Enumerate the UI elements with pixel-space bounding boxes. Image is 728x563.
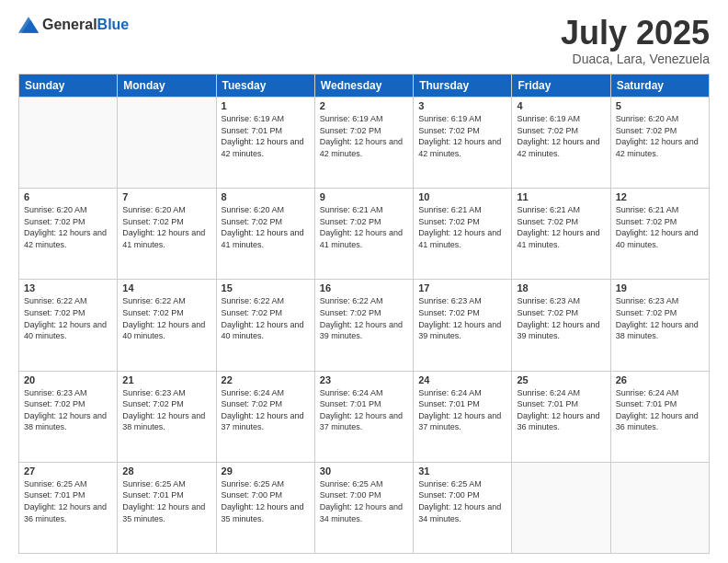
day-info: Sunrise: 6:22 AM Sunset: 7:02 PM Dayligh… [320, 295, 408, 341]
calendar-cell: 13Sunrise: 6:22 AM Sunset: 7:02 PM Dayli… [19, 280, 118, 371]
page: GeneralBlue July 2025 Duaca, Lara, Venez… [0, 0, 728, 563]
calendar-cell: 18Sunrise: 6:23 AM Sunset: 7:02 PM Dayli… [512, 280, 610, 371]
day-header-friday: Friday [512, 75, 610, 98]
day-number: 25 [517, 374, 605, 385]
calendar-week-3: 13Sunrise: 6:22 AM Sunset: 7:02 PM Dayli… [19, 280, 710, 371]
calendar-cell: 17Sunrise: 6:23 AM Sunset: 7:02 PM Dayli… [414, 280, 512, 371]
day-number: 11 [517, 191, 605, 202]
day-number: 24 [418, 374, 506, 385]
month-year: July 2025 [561, 17, 710, 50]
day-number: 22 [222, 374, 310, 385]
day-info: Sunrise: 6:23 AM Sunset: 7:02 PM Dayligh… [122, 387, 210, 433]
day-number: 3 [418, 100, 506, 111]
title-block: July 2025 Duaca, Lara, Venezuela [561, 17, 710, 66]
day-number: 13 [24, 282, 112, 293]
day-info: Sunrise: 6:21 AM Sunset: 7:02 PM Dayligh… [418, 204, 506, 250]
day-number: 9 [320, 191, 408, 202]
day-info: Sunrise: 6:20 AM Sunset: 7:02 PM Dayligh… [24, 204, 112, 250]
day-header-monday: Monday [118, 75, 216, 98]
calendar-cell: 8Sunrise: 6:20 AM Sunset: 7:02 PM Daylig… [216, 189, 314, 280]
calendar-week-2: 6Sunrise: 6:20 AM Sunset: 7:02 PM Daylig… [19, 189, 710, 280]
day-number: 4 [517, 100, 605, 111]
day-info: Sunrise: 6:23 AM Sunset: 7:02 PM Dayligh… [24, 387, 112, 433]
calendar-cell: 26Sunrise: 6:24 AM Sunset: 7:01 PM Dayli… [610, 371, 709, 462]
day-info: Sunrise: 6:25 AM Sunset: 7:01 PM Dayligh… [24, 478, 112, 524]
calendar-cell: 28Sunrise: 6:25 AM Sunset: 7:01 PM Dayli… [118, 462, 216, 553]
day-number: 8 [222, 191, 310, 202]
calendar-cell: 21Sunrise: 6:23 AM Sunset: 7:02 PM Dayli… [118, 371, 216, 462]
day-info: Sunrise: 6:20 AM Sunset: 7:02 PM Dayligh… [122, 204, 210, 250]
day-number: 15 [222, 282, 310, 293]
day-header-tuesday: Tuesday [216, 75, 314, 98]
day-info: Sunrise: 6:24 AM Sunset: 7:01 PM Dayligh… [320, 387, 408, 433]
day-number: 12 [616, 191, 704, 202]
calendar-cell [610, 462, 709, 553]
calendar-cell: 22Sunrise: 6:24 AM Sunset: 7:02 PM Dayli… [216, 371, 314, 462]
day-info: Sunrise: 6:25 AM Sunset: 7:00 PM Dayligh… [222, 478, 310, 524]
calendar-cell [512, 462, 610, 553]
day-info: Sunrise: 6:19 AM Sunset: 7:02 PM Dayligh… [517, 113, 605, 159]
calendar-cell: 12Sunrise: 6:21 AM Sunset: 7:02 PM Dayli… [610, 189, 709, 280]
day-number: 31 [418, 465, 506, 477]
calendar-cell: 6Sunrise: 6:20 AM Sunset: 7:02 PM Daylig… [19, 189, 118, 280]
calendar-cell: 16Sunrise: 6:22 AM Sunset: 7:02 PM Dayli… [314, 280, 413, 371]
calendar-cell: 14Sunrise: 6:22 AM Sunset: 7:02 PM Dayli… [118, 280, 216, 371]
day-info: Sunrise: 6:24 AM Sunset: 7:01 PM Dayligh… [418, 387, 506, 433]
day-number: 2 [320, 100, 408, 111]
calendar-header-row: SundayMondayTuesdayWednesdayThursdayFrid… [19, 75, 710, 98]
day-number: 5 [616, 100, 704, 111]
calendar-cell: 29Sunrise: 6:25 AM Sunset: 7:00 PM Dayli… [216, 462, 314, 553]
calendar-cell: 24Sunrise: 6:24 AM Sunset: 7:01 PM Dayli… [414, 371, 512, 462]
day-info: Sunrise: 6:25 AM Sunset: 7:00 PM Dayligh… [418, 478, 506, 524]
day-number: 29 [222, 465, 310, 477]
calendar-cell: 7Sunrise: 6:20 AM Sunset: 7:02 PM Daylig… [118, 189, 216, 280]
logo-general: General [42, 17, 97, 32]
day-info: Sunrise: 6:22 AM Sunset: 7:02 PM Dayligh… [24, 295, 112, 341]
day-number: 21 [122, 374, 210, 385]
logo: GeneralBlue [18, 17, 129, 33]
day-info: Sunrise: 6:22 AM Sunset: 7:02 PM Dayligh… [122, 295, 210, 341]
day-info: Sunrise: 6:24 AM Sunset: 7:01 PM Dayligh… [517, 387, 605, 433]
day-info: Sunrise: 6:21 AM Sunset: 7:02 PM Dayligh… [320, 204, 408, 250]
day-info: Sunrise: 6:20 AM Sunset: 7:02 PM Dayligh… [222, 204, 310, 250]
day-number: 1 [222, 100, 310, 111]
day-number: 6 [24, 191, 112, 202]
calendar-week-4: 20Sunrise: 6:23 AM Sunset: 7:02 PM Dayli… [19, 371, 710, 462]
day-info: Sunrise: 6:24 AM Sunset: 7:01 PM Dayligh… [616, 387, 704, 433]
calendar-cell: 19Sunrise: 6:23 AM Sunset: 7:02 PM Dayli… [610, 280, 709, 371]
logo-blue: Blue [97, 17, 130, 32]
calendar-cell: 27Sunrise: 6:25 AM Sunset: 7:01 PM Dayli… [19, 462, 118, 553]
calendar-cell: 9Sunrise: 6:21 AM Sunset: 7:02 PM Daylig… [314, 189, 413, 280]
day-info: Sunrise: 6:20 AM Sunset: 7:02 PM Dayligh… [616, 113, 704, 159]
calendar-week-5: 27Sunrise: 6:25 AM Sunset: 7:01 PM Dayli… [19, 462, 710, 553]
calendar-cell: 4Sunrise: 6:19 AM Sunset: 7:02 PM Daylig… [512, 98, 610, 189]
day-header-sunday: Sunday [19, 75, 118, 98]
calendar-week-1: 1Sunrise: 6:19 AM Sunset: 7:01 PM Daylig… [19, 98, 710, 189]
day-number: 17 [418, 282, 506, 293]
day-number: 26 [616, 374, 704, 385]
calendar-table: SundayMondayTuesdayWednesdayThursdayFrid… [18, 74, 710, 554]
calendar-cell: 20Sunrise: 6:23 AM Sunset: 7:02 PM Dayli… [19, 371, 118, 462]
day-info: Sunrise: 6:19 AM Sunset: 7:02 PM Dayligh… [320, 113, 408, 159]
calendar-cell: 11Sunrise: 6:21 AM Sunset: 7:02 PM Dayli… [512, 189, 610, 280]
day-header-saturday: Saturday [610, 75, 709, 98]
calendar-cell: 25Sunrise: 6:24 AM Sunset: 7:01 PM Dayli… [512, 371, 610, 462]
day-info: Sunrise: 6:25 AM Sunset: 7:01 PM Dayligh… [122, 478, 210, 524]
location: Duaca, Lara, Venezuela [561, 52, 710, 66]
day-info: Sunrise: 6:19 AM Sunset: 7:02 PM Dayligh… [418, 113, 506, 159]
day-number: 19 [616, 282, 704, 293]
day-info: Sunrise: 6:19 AM Sunset: 7:01 PM Dayligh… [222, 113, 310, 159]
day-number: 7 [122, 191, 210, 202]
calendar-cell [118, 98, 216, 189]
day-number: 23 [320, 374, 408, 385]
day-header-wednesday: Wednesday [314, 75, 413, 98]
day-info: Sunrise: 6:22 AM Sunset: 7:02 PM Dayligh… [222, 295, 310, 341]
calendar-cell: 30Sunrise: 6:25 AM Sunset: 7:00 PM Dayli… [314, 462, 413, 553]
day-info: Sunrise: 6:24 AM Sunset: 7:02 PM Dayligh… [222, 387, 310, 433]
logo-icon [18, 17, 39, 33]
calendar-cell: 10Sunrise: 6:21 AM Sunset: 7:02 PM Dayli… [414, 189, 512, 280]
calendar-cell: 1Sunrise: 6:19 AM Sunset: 7:01 PM Daylig… [216, 98, 314, 189]
day-info: Sunrise: 6:23 AM Sunset: 7:02 PM Dayligh… [517, 295, 605, 341]
day-info: Sunrise: 6:21 AM Sunset: 7:02 PM Dayligh… [517, 204, 605, 250]
calendar-cell: 23Sunrise: 6:24 AM Sunset: 7:01 PM Dayli… [314, 371, 413, 462]
